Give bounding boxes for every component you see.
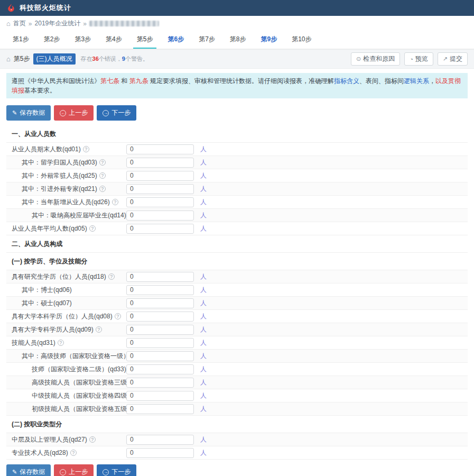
value-input[interactable] <box>126 210 194 221</box>
value-input[interactable] <box>126 224 194 234</box>
breadcrumb-survey-link[interactable]: 2019年企业统计 <box>35 19 81 28</box>
value-input[interactable] <box>126 285 194 295</box>
help-icon[interactable]: ? <box>83 146 89 152</box>
value-input[interactable] <box>126 197 194 207</box>
field-label: 技师（国家职业资格二级）(qd33) <box>32 365 126 374</box>
help-icon[interactable]: ? <box>70 450 77 456</box>
field-label-cell: 具有大学专科学历人员(qd09)? <box>6 325 126 334</box>
value-input[interactable] <box>126 158 194 168</box>
submit-button[interactable]: ↗ 提交 <box>438 52 468 66</box>
form-row: 具有研究生学历（位）人员(qd18)?人 <box>6 270 468 283</box>
field-label-cell: 其中：留学归国人员(qd03)? <box>6 158 126 167</box>
field-label-cell: 初级技能人员（国家职业资格五级）(qd36)? <box>6 405 126 414</box>
field-label: 其中：硕士(qd07) <box>22 299 72 308</box>
unit-label: 人 <box>200 312 207 321</box>
help-icon[interactable]: ? <box>115 313 121 319</box>
value-input[interactable] <box>126 435 194 445</box>
field-label: 其中：留学归国人员(qd03) <box>22 158 97 167</box>
form-row: 具有大学本科学历（位）人员(qd08)?人 <box>6 310 468 323</box>
field-label-cell: 从业人员期末人数(qd01)? <box>6 145 126 154</box>
tab-step-3[interactable]: 第3步 <box>71 30 95 49</box>
help-icon[interactable]: ? <box>89 436 96 443</box>
help-icon[interactable]: ? <box>96 326 102 333</box>
value-input[interactable] <box>126 298 194 308</box>
value-input[interactable] <box>126 351 194 361</box>
form-row: 具有大学专科学历人员(qd09)?人 <box>6 323 468 336</box>
value-input[interactable] <box>126 171 194 181</box>
field-label-cell: 其中：外籍常驻人员(qd25)? <box>6 171 126 180</box>
value-input[interactable] <box>126 144 194 154</box>
value-cell <box>126 144 194 154</box>
next-step-button[interactable]: → 下一步 <box>97 105 136 121</box>
value-input[interactable] <box>126 312 194 322</box>
save-data-button-bottom[interactable]: ✎ 保存数据 <box>6 464 51 476</box>
previous-step-label: 上一步 <box>69 468 88 476</box>
form-row: 技能人员(qd31)?人 <box>6 336 468 350</box>
error-count: 36 <box>92 56 99 62</box>
help-icon[interactable]: ? <box>99 159 106 166</box>
notice-segment: 遵照《中华人民共和国统计法》 <box>12 77 100 85</box>
tab-step-8[interactable]: 第8步 <box>226 30 250 49</box>
form-row: 其中：硕士(qd07)人 <box>6 297 468 310</box>
home-icon: ⌂ <box>6 20 11 28</box>
tab-step-2[interactable]: 第2步 <box>40 30 64 49</box>
tab-step-5[interactable]: 第5步 <box>133 30 157 49</box>
save-icon: ✎ <box>12 110 17 116</box>
unit-label: 人 <box>200 145 207 154</box>
status-suffix: 个警告。 <box>125 56 148 62</box>
tab-step-7[interactable]: 第7步 <box>195 30 219 49</box>
breadcrumb-company-redacted <box>89 21 159 26</box>
value-cell <box>126 210 194 221</box>
tab-step-1[interactable]: 第1步 <box>9 30 33 49</box>
unit-label: 人 <box>200 185 207 194</box>
action-buttons-top: ✎ 保存数据 ← 上一步 → 下一步 <box>0 100 474 125</box>
form-row: 其中：吸纳高校应届毕业生(qd14)?人 <box>6 209 468 222</box>
value-input[interactable] <box>126 272 194 282</box>
field-label: 从业人员年平均人数(qd05) <box>12 224 87 233</box>
field-label-cell: 其中：高级技师（国家职业资格一级）(qd32)? <box>6 352 126 361</box>
submit-label: 提交 <box>450 54 462 63</box>
notice-segment: 、表间、指标间 <box>359 77 404 85</box>
save-data-button[interactable]: ✎ 保存数据 <box>6 105 51 121</box>
next-step-button-bottom[interactable]: → 下一步 <box>97 464 136 476</box>
value-input[interactable] <box>126 404 194 414</box>
unit-label: 人 <box>200 272 207 281</box>
check-reason-button[interactable]: ⊙ 检查和原因 <box>351 52 400 66</box>
form-row: 其中：高级技师（国家职业资格一级）(qd32)?人 <box>6 350 468 363</box>
help-icon[interactable]: ? <box>108 273 115 280</box>
field-label-cell: 专业技术人员(qd28)? <box>6 448 126 457</box>
preview-button[interactable]: ◔ 预览 <box>404 52 433 66</box>
previous-step-button[interactable]: ← 上一步 <box>54 105 94 121</box>
help-icon[interactable]: ? <box>89 225 96 232</box>
value-input[interactable] <box>126 448 194 458</box>
current-step-label: 第5步 <box>14 54 30 63</box>
value-input[interactable] <box>126 325 194 335</box>
value-input[interactable] <box>126 378 194 388</box>
preview-label: 预览 <box>415 54 428 63</box>
value-input[interactable] <box>126 338 194 348</box>
value-cell <box>126 298 194 308</box>
help-icon[interactable]: ? <box>58 340 64 346</box>
help-icon[interactable]: ? <box>99 172 106 179</box>
unit-label: 人 <box>200 352 207 361</box>
previous-step-button-bottom[interactable]: ← 上一步 <box>54 464 94 476</box>
field-label-cell: 具有研究生学历（位）人员(qd18)? <box>6 272 126 281</box>
breadcrumb-separator: » <box>83 20 87 28</box>
tab-step-9[interactable]: 第9步 <box>257 30 281 49</box>
value-input[interactable] <box>126 364 194 374</box>
help-icon[interactable]: ? <box>99 186 106 192</box>
value-input[interactable] <box>126 184 194 194</box>
notice-segment: 基本要求。 <box>24 87 56 94</box>
form-row: 中级技能人员（国家职业资格四级）(qd35)?人 <box>6 389 468 402</box>
help-icon[interactable]: ? <box>112 199 118 205</box>
field-label-cell: 中级技能人员（国家职业资格四级）(qd35)? <box>6 391 126 400</box>
tab-step-10[interactable]: 第10步 <box>288 30 315 49</box>
unit-label: 人 <box>200 405 207 414</box>
value-input[interactable] <box>126 391 194 401</box>
value-cell <box>126 364 194 374</box>
tab-step-6[interactable]: 第6步 <box>164 30 188 49</box>
tab-step-4[interactable]: 第4步 <box>102 30 126 49</box>
breadcrumb-home-link[interactable]: 首页 <box>13 19 26 28</box>
field-label: 技能人员(qd31) <box>12 338 55 347</box>
value-cell <box>126 197 194 207</box>
